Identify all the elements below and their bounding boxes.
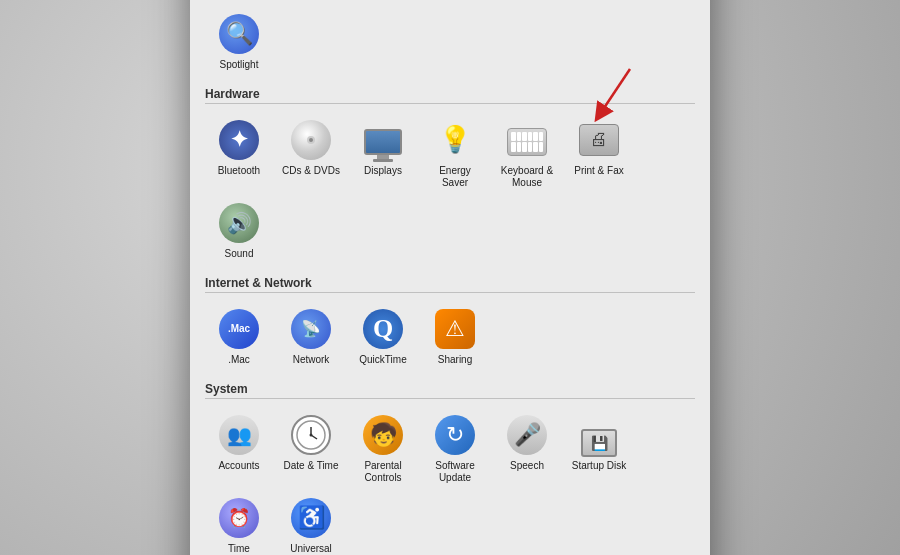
pref-timemachine-label: Time Machine <box>209 543 269 556</box>
section-system-title: System <box>205 382 695 399</box>
timemachine-icon: ⏰ <box>219 498 259 538</box>
pref-cds-dvds-label: CDs & DVDs <box>282 165 340 177</box>
personal-icons-row: Appearance Desktop &Screen Saver <box>205 0 695 79</box>
pref-mac[interactable]: .Mac .Mac <box>205 303 273 370</box>
pref-keyboard[interactable]: Keyboard &Mouse <box>493 114 561 193</box>
pref-timemachine[interactable]: ⏰ Time Machine <box>205 492 273 556</box>
sound-icon: 🔊 <box>219 203 259 243</box>
pref-sharing[interactable]: ⚠ Sharing <box>421 303 489 370</box>
section-system: System 👥 Accounts <box>205 382 695 556</box>
keyboard-icon <box>507 128 547 156</box>
pref-sound[interactable]: 🔊 Sound <box>205 197 273 264</box>
univaccess-icon: ♿ <box>291 498 331 538</box>
pref-sound-label: Sound <box>225 248 254 260</box>
pref-energy[interactable]: 💡 EnergySaver <box>421 114 489 193</box>
internet-icons-row: .Mac .Mac 📡 Network Q Quic <box>205 299 695 374</box>
pref-international[interactable]: 🌐 International <box>493 0 561 4</box>
pref-displays[interactable]: Displays <box>349 114 417 193</box>
pref-appearance[interactable]: Appearance <box>205 0 273 4</box>
pref-print-fax-label: Print & Fax <box>574 165 623 177</box>
pref-expose[interactable]: Exposé &Spaces <box>421 0 489 4</box>
pref-cds-dvds[interactable]: CDs & DVDs <box>277 114 345 193</box>
pref-network-label: Network <box>293 354 330 366</box>
quicktime-icon: Q <box>363 309 403 349</box>
softupdate-icon: ↻ <box>435 415 475 455</box>
pref-speech[interactable]: 🎤 Speech <box>493 409 561 488</box>
pref-sharing-label: Sharing <box>438 354 472 366</box>
pref-security[interactable]: 🔒 Security <box>565 0 633 4</box>
section-internet-title: Internet & Network <box>205 276 695 293</box>
pref-startup[interactable]: 💾 Startup Disk <box>565 409 633 488</box>
system-icons-row: 👥 Accounts <box>205 405 695 556</box>
pref-desktop[interactable]: Desktop &Screen Saver <box>277 0 345 4</box>
pref-startup-label: Startup Disk <box>572 460 626 472</box>
pref-univaccess[interactable]: ♿ UniversalAccess <box>277 492 345 556</box>
speech-icon: 🎤 <box>507 415 547 455</box>
pref-accounts[interactable]: 👥 Accounts <box>205 409 273 488</box>
datetime-icon <box>291 415 331 455</box>
pref-speech-label: Speech <box>510 460 544 472</box>
pref-spotlight-label: Spotlight <box>220 59 259 71</box>
hardware-icons-row: ✦ Bluetooth CDs & DVDs <box>205 110 695 268</box>
print-icon: 🖨 <box>579 124 619 156</box>
pref-parental-label: ParentalControls <box>364 460 401 484</box>
pref-keyboard-label: Keyboard &Mouse <box>501 165 553 189</box>
energy-icon: 💡 <box>435 120 475 160</box>
pref-quicktime[interactable]: Q QuickTime <box>349 303 417 370</box>
section-hardware: Hardware ✦ Bluetooth CDs & DVDs <box>205 87 695 268</box>
pref-displays-label: Displays <box>364 165 402 177</box>
pref-mac-label: .Mac <box>228 354 250 366</box>
pref-dock[interactable]: Dock <box>349 0 417 4</box>
pref-quicktime-label: QuickTime <box>359 354 406 366</box>
bluetooth-icon: ✦ <box>219 120 259 160</box>
system-preferences-window: ◀ ▶ Show All System Preferences 🔍 Person… <box>190 0 710 555</box>
pref-network[interactable]: 📡 Network <box>277 303 345 370</box>
content-area: Personal Appearance Desktop &Screen Save… <box>190 0 710 555</box>
mac-icon: .Mac <box>219 309 259 349</box>
section-internet: Internet & Network .Mac .Mac 📡 Network <box>205 276 695 374</box>
pref-print-fax[interactable]: 🖨 Print & Fax <box>565 114 633 193</box>
cd-icon <box>291 120 331 160</box>
pref-bluetooth-label: Bluetooth <box>218 165 260 177</box>
pref-accounts-label: Accounts <box>218 460 259 472</box>
pref-datetime[interactable]: Date & Time <box>277 409 345 488</box>
pref-univaccess-label: UniversalAccess <box>290 543 332 556</box>
pref-energy-label: EnergySaver <box>439 165 471 189</box>
svg-point-4 <box>310 433 313 436</box>
sharing-icon: ⚠ <box>435 309 475 349</box>
pref-bluetooth[interactable]: ✦ Bluetooth <box>205 114 273 193</box>
pref-softupdate-label: SoftwareUpdate <box>435 460 474 484</box>
pref-datetime-label: Date & Time <box>283 460 338 472</box>
pref-softupdate[interactable]: ↻ SoftwareUpdate <box>421 409 489 488</box>
section-personal: Personal Appearance Desktop &Screen Save… <box>205 0 695 79</box>
spotlight-icon: 🔍 <box>219 14 259 54</box>
accounts-icon: 👥 <box>219 415 259 455</box>
parental-icon: 🧒 <box>363 415 403 455</box>
pref-spotlight[interactable]: 🔍 Spotlight <box>205 8 273 75</box>
section-hardware-title: Hardware <box>205 87 695 104</box>
network-icon: 📡 <box>291 309 331 349</box>
pref-parental[interactable]: 🧒 ParentalControls <box>349 409 417 488</box>
